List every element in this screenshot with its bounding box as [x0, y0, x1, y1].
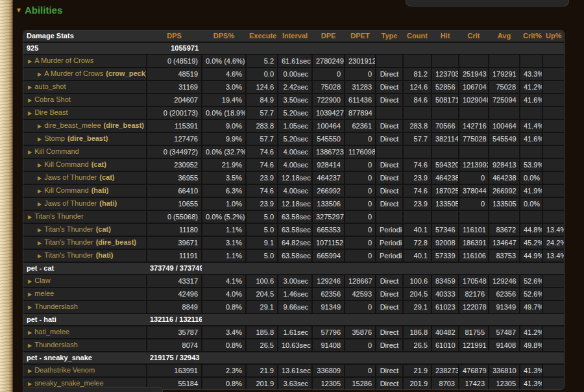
ability-source-label: (hati) [99, 199, 117, 207]
count-cell [403, 106, 432, 119]
ability-name-cell[interactable]: ▶Jaws of Thunder(hati) [23, 197, 147, 210]
count-cell [403, 145, 432, 158]
column-header-hit[interactable]: Hit [432, 31, 459, 42]
ability-name-cell[interactable]: ▶Jaws of Thunder(cat) [23, 171, 147, 184]
dps-pct-cell: 0.0% (4.6%) [202, 55, 246, 67]
dpet-cell: 0 [345, 249, 376, 262]
ability-row: ▶Deathstrike Venom1639912.3%21.913.61sec… [23, 364, 564, 377]
ability-name-cell[interactable]: ▶A Murder of Crows(crow_peck) [23, 67, 147, 80]
group-row: pet - sneaky_snake219175 / 32943 [23, 352, 564, 364]
column-header-execute[interactable]: Execute [246, 31, 278, 42]
ability-name-cell[interactable]: ▶Thunderslash [23, 339, 147, 352]
avg-cell: 12305 [489, 377, 520, 389]
column-header-damage-stats[interactable]: Damage Stats [23, 31, 147, 42]
count-cell: 186.8 [403, 326, 432, 339]
dps-cell: 204607 [147, 93, 202, 106]
ability-name-cell[interactable]: ▶Stomp(dire_beast) [23, 132, 147, 145]
avg-cell: 133505 [489, 197, 520, 210]
interval-cell: 12.18sec [278, 171, 312, 184]
column-header-count[interactable]: Count [403, 31, 432, 42]
ability-name: Dire Beast [34, 108, 67, 116]
interval-cell: 1.61sec [278, 326, 312, 339]
up-pct-cell [542, 132, 564, 145]
count-cell: 29.1 [403, 300, 432, 313]
up-pct-cell [542, 93, 564, 106]
type-cell: Periodic [376, 249, 403, 262]
column-header-interval[interactable]: Interval [278, 31, 312, 42]
ability-name-cell[interactable]: ▶Kill Command [23, 145, 147, 158]
hit-cell: 57339 [432, 249, 459, 262]
column-header-dpet[interactable]: DPET [345, 31, 376, 42]
ability-source-label: (hati) [91, 186, 109, 194]
avg-cell: 57487 [489, 326, 520, 339]
ability-name-cell[interactable]: ▶A Murder of Crows [23, 55, 147, 67]
abilities-section-toggle[interactable]: ▼Abilities [16, 5, 62, 16]
ability-name-cell[interactable]: ▶dire_beast_melee(dire_beast) [23, 119, 147, 132]
avg-cell: 336810 [489, 364, 520, 377]
ability-name-cell[interactable]: ▶Titan's Thunder(cat) [23, 223, 147, 236]
hit-cell [432, 210, 459, 223]
ability-name-cell[interactable]: ▶auto_shot [23, 80, 147, 93]
dps-pct-cell: 3.5% [202, 171, 246, 184]
dps-cell: 39671 [147, 236, 202, 249]
column-header-crit[interactable]: Crit% [520, 31, 542, 42]
column-header-dps[interactable]: DPS [147, 31, 202, 42]
ability-name-cell[interactable]: ▶hati_melee [23, 326, 147, 339]
dps-cell: 42496 [147, 288, 202, 300]
ability-row: ▶Titan's Thunder(cat)111801.1%5.063.58se… [23, 223, 564, 236]
ability-name: Jaws of Thunder [44, 199, 97, 207]
ability-name-cell[interactable]: ▶Titan's Thunder(hati) [23, 249, 147, 262]
up-pct-cell [542, 184, 564, 197]
ability-name-cell[interactable]: ▶Titan's Thunder [23, 210, 147, 223]
ability-row: ▶Kill Command(hati)664106.3%74.64.00sec2… [23, 184, 564, 197]
group-row-total: 1055971 [147, 42, 202, 55]
dpet-cell: 2301912 [345, 55, 376, 67]
ability-name-cell[interactable]: ▶Kill Command(cat) [23, 158, 147, 171]
crit-cell [459, 55, 489, 67]
crit-pct-cell: 41.6% [520, 93, 542, 106]
group-row-label: pet - hati [23, 313, 147, 326]
ability-name: sneaky_snake_melee [34, 379, 103, 387]
crit-cell: 378044 [459, 184, 489, 197]
ability-name-cell[interactable]: ▶Dire Beast [23, 106, 147, 119]
column-header-avg[interactable]: Avg [489, 31, 520, 42]
crit-pct-cell: 44.9% [520, 249, 542, 262]
up-pct-cell [542, 339, 564, 352]
crit-cell: 0 [459, 197, 489, 210]
expand-arrow-icon: ▶ [28, 278, 32, 284]
count-cell: 40.1 [403, 223, 432, 236]
ability-name-cell[interactable]: ▶Titan's Thunder(dire_beast) [23, 236, 147, 249]
ability-name-cell[interactable]: ▶Kill Command(hati) [23, 184, 147, 197]
column-header-crit[interactable]: Crit [459, 31, 489, 42]
column-header-dpe[interactable]: DPE [312, 31, 345, 42]
interval-cell: 0.00sec [278, 67, 312, 80]
crit-pct-cell: 41.6% [520, 132, 542, 145]
column-header-up[interactable]: Up% [542, 31, 564, 42]
ability-row: ▶Stomp(dire_beast)1274769.9%57.75.20sec5… [23, 132, 564, 145]
ability-name: Claw [34, 276, 50, 284]
execute-cell: 0.0 [246, 67, 278, 80]
avg-cell: 62356 [489, 288, 520, 300]
dpe-cell: 62356 [312, 288, 345, 300]
ability-name-cell[interactable]: ▶Claw [23, 275, 147, 288]
count-cell: 23.9 [403, 171, 432, 184]
ability-name: Titan's Thunder [44, 225, 93, 233]
column-header-dps[interactable]: DPS% [202, 31, 246, 42]
dpet-cell: 0 [345, 132, 376, 145]
dps-cell: 31169 [147, 80, 202, 93]
column-header-type[interactable]: Type [376, 31, 403, 42]
ability-name-cell[interactable]: ▶Thunderslash [23, 300, 147, 313]
ability-name-cell[interactable]: ▶Cobra Shot [23, 93, 147, 106]
ability-name: Titan's Thunder [44, 238, 93, 246]
ability-name-cell[interactable]: ▶Deathstrike Venom [23, 364, 147, 377]
ability-name-cell[interactable]: ▶melee [23, 288, 147, 300]
section-title: Abilities [25, 5, 62, 16]
page-background-texture [0, 0, 13, 392]
avg-cell: 75028 [489, 80, 520, 93]
up-pct-cell [542, 210, 564, 223]
expand-arrow-icon: ▶ [28, 149, 32, 155]
avg-cell [489, 55, 520, 67]
crit-pct-cell: 41.4% [520, 119, 542, 132]
count-cell: 201.9 [403, 377, 432, 389]
expand-arrow-icon: ▶ [28, 368, 32, 374]
